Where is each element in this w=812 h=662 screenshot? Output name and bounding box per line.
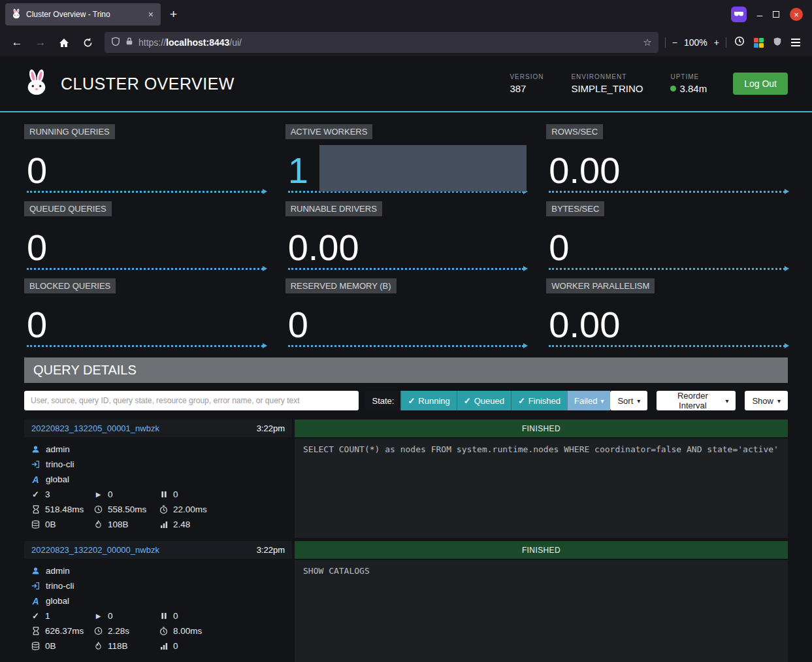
- state-running-toggle[interactable]: ✓ Running: [400, 391, 456, 410]
- window-minimize-button[interactable]: –: [757, 9, 762, 20]
- zoom-out-button[interactable]: −: [672, 37, 677, 48]
- home-button[interactable]: [54, 33, 74, 52]
- queued-splits: 0: [173, 611, 178, 621]
- chevron-down-icon: ▾: [725, 397, 728, 405]
- metric-blocked-queries: BLOCKED QUERIES 0: [24, 278, 266, 347]
- query-id-block: 20220823_132205_00001_nwbzk 3:22pm: [24, 420, 292, 437]
- logout-button[interactable]: Log Out: [733, 73, 788, 95]
- query-filter-toolbar: State: ✓ Running ✓ Queued ✓ Finished Fai…: [24, 391, 788, 410]
- forward-button: →: [30, 33, 51, 52]
- query-time: 3:22pm: [257, 423, 285, 433]
- cumulative-memory: 118B: [108, 641, 128, 651]
- query-id-block: 20220823_132202_00000_nwbzk 3:22pm: [24, 541, 292, 559]
- protections-shield-icon[interactable]: [773, 37, 782, 49]
- sparkline: [288, 268, 525, 270]
- sort-dropdown[interactable]: Sort ▾: [610, 391, 647, 410]
- tab-close-icon[interactable]: ×: [147, 9, 155, 20]
- uptime-stat: UPTIME 3.84m: [670, 73, 707, 94]
- page-title: CLUSTER OVERVIEW: [61, 74, 235, 93]
- state-failed-dropdown[interactable]: Failed ▾: [567, 391, 610, 410]
- sparkline: [27, 345, 263, 347]
- sparkline: [288, 345, 525, 347]
- reload-button[interactable]: [77, 33, 98, 52]
- menu-hamburger-icon[interactable]: [791, 37, 800, 48]
- queued-splits-icon: [159, 612, 169, 620]
- query-text: SHOW CATALOGS: [295, 560, 788, 662]
- state-finished-toggle[interactable]: ✓ Finished: [511, 391, 567, 410]
- metric-reserved-memory: RESERVED MEMORY (B) 0: [285, 278, 527, 347]
- new-tab-button[interactable]: +: [161, 7, 186, 22]
- parallelism: 0: [173, 641, 178, 651]
- current-memory-icon: [31, 520, 41, 529]
- tab-title: Cluster Overview - Trino: [26, 10, 142, 19]
- check-icon: ✓: [408, 396, 415, 406]
- query-card: 20220823_132202_00000_nwbzk 3:22pm FINIS…: [24, 541, 788, 662]
- user-icon: [31, 445, 41, 454]
- current-memory-icon: [31, 642, 41, 650]
- extension-icon[interactable]: [754, 38, 764, 48]
- trino-favicon: [11, 8, 22, 21]
- back-button[interactable]: ←: [7, 33, 27, 52]
- url-text: https://localhost:8443/ui/: [138, 37, 242, 48]
- query-resource-group: global: [46, 596, 69, 606]
- bookmark-star-icon[interactable]: ☆: [643, 37, 651, 48]
- metric-runnable-drivers: RUNNABLE DRIVERS 0.00: [285, 201, 527, 270]
- query-card: 20220823_132205_00001_nwbzk 3:22pm FINIS…: [24, 420, 788, 538]
- cpu-time-icon: [159, 627, 169, 636]
- parallelism-icon: [159, 642, 169, 650]
- source-icon: [31, 460, 41, 469]
- sparkline: [27, 191, 263, 193]
- lock-icon[interactable]: [125, 37, 133, 48]
- browser-tab-bar: Cluster Overview - Trino × + – ×: [0, 0, 812, 29]
- completed-splits-icon: ✓: [31, 489, 41, 499]
- check-icon: ✓: [464, 396, 471, 406]
- trino-header: CLUSTER OVERVIEW VERSION 387 ENVIRONMENT…: [0, 56, 812, 112]
- uptime-status-dot: [670, 86, 676, 91]
- resource-group-icon: A: [31, 474, 41, 485]
- zoom-level[interactable]: 100%: [684, 37, 707, 48]
- query-user: admin: [46, 444, 70, 454]
- current-memory: 0B: [45, 520, 56, 529]
- query-time: 3:22pm: [257, 545, 285, 555]
- state-queued-toggle[interactable]: ✓ Queued: [457, 391, 511, 410]
- environment-stat: ENVIRONMENT SIMPLE_TRINO: [571, 73, 643, 94]
- query-filter-input[interactable]: [24, 391, 359, 410]
- running-splits: 0: [108, 489, 113, 499]
- browser-tab[interactable]: Cluster Overview - Trino ×: [5, 3, 161, 25]
- url-bar[interactable]: https://localhost:8443/ui/ ☆: [105, 32, 658, 53]
- query-resource-group: global: [46, 474, 69, 484]
- zoom-in-button[interactable]: +: [714, 37, 719, 48]
- current-memory: 0B: [45, 641, 56, 651]
- elapsed-time-icon: [93, 505, 103, 514]
- query-details-title: QUERY DETAILS: [24, 357, 788, 383]
- queued-time: 518.48ms: [45, 505, 84, 514]
- history-clock-icon[interactable]: [734, 36, 745, 49]
- cumulative-memory-icon: [93, 520, 103, 529]
- elapsed-time-icon: [93, 627, 103, 635]
- query-status-bar: FINISHED: [295, 541, 788, 559]
- chevron-down-icon: ▾: [600, 397, 604, 405]
- elapsed-time: 558.50ms: [108, 505, 146, 514]
- query-source: trino-cli: [46, 581, 74, 591]
- running-splits: 0: [108, 611, 113, 621]
- metric-rows-sec: ROWS/SEC 0.00: [546, 124, 788, 193]
- window-maximize-button[interactable]: [773, 11, 779, 18]
- show-dropdown[interactable]: Show ▾: [745, 391, 788, 410]
- reorder-interval-dropdown[interactable]: Reorder Interval ▾: [657, 391, 736, 410]
- query-id-link[interactable]: 20220823_132205_00001_nwbzk: [31, 423, 159, 433]
- private-browsing-indicator: [731, 7, 747, 22]
- window-close-button[interactable]: ×: [790, 8, 803, 21]
- queued-time: 626.37ms: [45, 626, 84, 636]
- metrics-grid: RUNNING QUERIES 0 ACTIVE WORKERS 1 ROWS/…: [24, 124, 788, 347]
- query-meta-panel: admin trino-cli Aglobal ✓1 ▶0 0 626.37ms…: [24, 560, 292, 662]
- query-id-link[interactable]: 20220823_132202_00000_nwbzk: [31, 545, 159, 555]
- chevron-down-icon: ▾: [777, 397, 781, 405]
- cpu-time-icon: [159, 505, 169, 514]
- parallelism-icon: [159, 521, 169, 529]
- version-stat: VERSION 387: [510, 73, 544, 94]
- queued-splits: 0: [173, 489, 178, 499]
- tracking-protection-shield-icon[interactable]: [111, 37, 120, 49]
- running-splits-icon: ▶: [93, 612, 103, 620]
- cumulative-memory-icon: [93, 642, 103, 650]
- queued-time-icon: [31, 505, 41, 514]
